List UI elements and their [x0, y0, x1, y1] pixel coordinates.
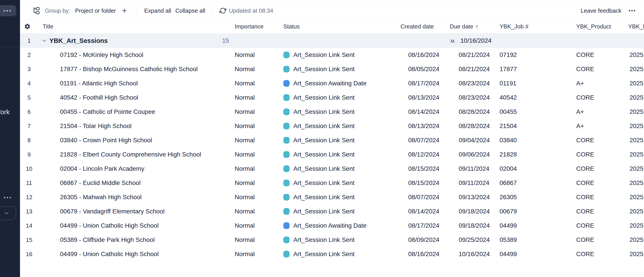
- status-chip[interactable]: [283, 251, 290, 258]
- table-row[interactable]: 2 07192 - McKinley High School Normal Ar…: [20, 48, 644, 62]
- status-value[interactable]: Art_Session Link Sent: [293, 208, 355, 215]
- column-header-title[interactable]: Title: [43, 23, 53, 30]
- product-value[interactable]: CORE: [576, 222, 594, 229]
- table-row[interactable]: 16 04499 - Union Catholic High School No…: [20, 247, 644, 261]
- table-row[interactable]: 14 04499 - Union Catholic High School No…: [20, 218, 644, 233]
- created-date[interactable]: 08/12/2024: [408, 151, 439, 158]
- due-date[interactable]: 09/11/2024: [459, 180, 489, 186]
- task-title[interactable]: 00455 - Catholic of Pointe Coupee: [60, 108, 155, 116]
- column-header-importance[interactable]: Importance: [235, 23, 264, 30]
- status-chip[interactable]: [283, 52, 290, 58]
- created-date[interactable]: 08/05/2024: [408, 66, 439, 73]
- task-title[interactable]: 40542 - Foothill High School: [60, 94, 138, 101]
- status-chip[interactable]: [283, 194, 290, 200]
- status-value[interactable]: Art_Session Link Sent: [293, 122, 355, 130]
- status-chip[interactable]: [283, 137, 290, 144]
- task-title[interactable]: 01191 - Atlantic High School: [60, 80, 138, 87]
- status-value[interactable]: Art_Session Link Sent: [293, 151, 355, 158]
- job-number[interactable]: 06867: [500, 180, 517, 186]
- table-settings-gear-icon[interactable]: [24, 23, 31, 30]
- group-expand-chevron-icon[interactable]: [41, 38, 47, 44]
- season-value[interactable]: 2025: [630, 208, 643, 215]
- task-title[interactable]: 26305 - Mahwah High School: [60, 194, 142, 201]
- status-chip[interactable]: [283, 151, 290, 158]
- sidebar-more-button[interactable]: [0, 5, 16, 16]
- status-chip[interactable]: [283, 208, 290, 215]
- due-date[interactable]: 08/23/2024: [459, 94, 490, 101]
- importance-value[interactable]: Normal: [235, 122, 255, 130]
- product-value[interactable]: CORE: [576, 51, 594, 58]
- status-value[interactable]: Art_Session Link Sent: [293, 165, 355, 172]
- toolbar-more-button[interactable]: [629, 10, 635, 11]
- season-value[interactable]: 2025: [630, 165, 643, 172]
- season-value[interactable]: 2025: [630, 122, 643, 130]
- status-value[interactable]: Art_Session Awaiting Date: [293, 222, 366, 229]
- sidebar-item-work[interactable]: Work: [0, 108, 10, 116]
- season-value[interactable]: 2025: [630, 80, 643, 87]
- table-row[interactable]: 5 40542 - Foothill High School Normal Ar…: [20, 90, 644, 105]
- due-date[interactable]: 08/28/2024: [459, 122, 490, 130]
- job-number[interactable]: 05389: [500, 236, 517, 244]
- column-header-due-date[interactable]: Due date↑: [450, 23, 478, 30]
- importance-value[interactable]: Normal: [235, 137, 255, 144]
- importance-value[interactable]: Normal: [235, 66, 255, 73]
- created-date[interactable]: 08/15/2024: [408, 180, 439, 186]
- product-value[interactable]: CORE: [576, 165, 594, 172]
- status-chip[interactable]: [283, 108, 290, 115]
- status-value[interactable]: Art_Session Link Sent: [293, 236, 355, 244]
- task-title[interactable]: 03840 - Crown Point High School: [60, 137, 152, 144]
- table-row[interactable]: 11 06867 - Euclid Middle School Normal A…: [20, 176, 644, 190]
- created-date[interactable]: 08/17/2024: [408, 80, 439, 87]
- task-title[interactable]: 21828 - Elbert County Comprehensive High…: [60, 151, 201, 158]
- status-value[interactable]: Art_Session Awaiting Date: [293, 80, 366, 87]
- job-number[interactable]: 00679: [500, 208, 517, 215]
- product-value[interactable]: CORE: [576, 94, 594, 101]
- table-row[interactable]: 15 05389 - Cliffside Park High School No…: [20, 233, 644, 247]
- created-date[interactable]: 08/15/2024: [408, 165, 439, 172]
- importance-value[interactable]: Normal: [235, 108, 255, 116]
- status-chip[interactable]: [283, 180, 290, 186]
- product-value[interactable]: A+: [576, 108, 584, 116]
- group-due-date[interactable]: M..10/16/2024: [451, 37, 492, 44]
- due-date[interactable]: 10/16/2024: [459, 250, 490, 258]
- season-value[interactable]: 2025: [630, 94, 643, 101]
- job-number[interactable]: 03840: [500, 137, 517, 144]
- status-chip[interactable]: [283, 166, 290, 172]
- importance-value[interactable]: Normal: [235, 151, 255, 158]
- product-value[interactable]: CORE: [576, 137, 594, 144]
- created-date[interactable]: 08/16/2024: [408, 250, 439, 258]
- leave-feedback-button[interactable]: Leave feedback: [581, 7, 622, 14]
- table-row[interactable]: 10 02004 - Lincoln Park Academy Normal A…: [20, 162, 644, 176]
- column-header-status[interactable]: Status: [283, 23, 300, 30]
- importance-value[interactable]: Normal: [235, 222, 255, 229]
- importance-value[interactable]: Normal: [235, 165, 255, 172]
- status-value[interactable]: Art_Session Link Sent: [293, 180, 355, 186]
- product-value[interactable]: A+: [576, 80, 584, 87]
- season-value[interactable]: 2025: [630, 66, 643, 73]
- status-value[interactable]: Art_Session Link Sent: [293, 250, 355, 258]
- status-value[interactable]: Art_Session Link Sent: [293, 108, 355, 116]
- task-title[interactable]: 04499 - Union Catholic High School: [60, 222, 159, 229]
- product-value[interactable]: CORE: [576, 194, 594, 201]
- created-date[interactable]: 08/14/2024: [408, 108, 439, 116]
- table-row[interactable]: 13 00679 - Vandagriff Elementary School …: [20, 204, 644, 218]
- season-value[interactable]: 2025: [630, 51, 643, 58]
- group-row[interactable]: 1 YBK_Art_Sessions 15 M..10/16/2024: [20, 34, 644, 48]
- due-date[interactable]: 09/25/2024: [459, 236, 490, 244]
- importance-value[interactable]: Normal: [235, 194, 255, 201]
- importance-value[interactable]: Normal: [235, 51, 255, 58]
- task-title[interactable]: 04499 - Union Catholic High School: [60, 250, 159, 258]
- created-date[interactable]: 08/16/2024: [408, 51, 439, 58]
- due-date[interactable]: 09/04/2024: [459, 137, 490, 144]
- task-title[interactable]: 02004 - Lincoln Park Academy: [60, 165, 144, 172]
- importance-value[interactable]: Normal: [235, 208, 255, 215]
- task-title[interactable]: 07192 - McKinley High School: [60, 51, 143, 58]
- importance-value[interactable]: Normal: [235, 180, 255, 186]
- table-row[interactable]: 6 00455 - Catholic of Pointe Coupee Norm…: [20, 105, 644, 119]
- created-date[interactable]: 08/07/2024: [408, 194, 439, 201]
- column-header-job-number[interactable]: YBK_Job #: [500, 23, 528, 30]
- group-title[interactable]: YBK_Art_Sessions: [49, 37, 108, 44]
- table-row[interactable]: 7 21504 - Tolar High School Normal Art_S…: [20, 119, 644, 133]
- task-title[interactable]: 06867 - Euclid Middle School: [60, 180, 141, 186]
- created-date[interactable]: 08/14/2024: [408, 208, 439, 215]
